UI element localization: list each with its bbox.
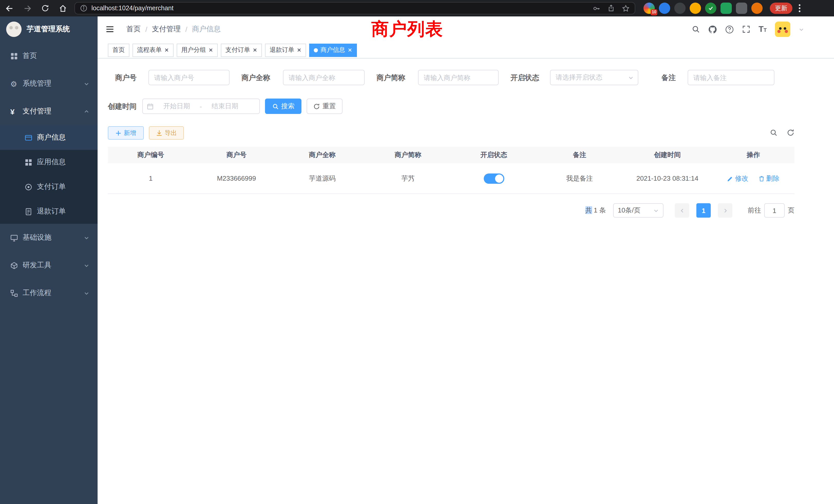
- tab-pay-orders[interactable]: 支付订单: [221, 43, 262, 57]
- tab-merchant-info[interactable]: 商户信息: [309, 43, 357, 57]
- logo-row[interactable]: 芋道管理系统: [0, 17, 97, 42]
- chevron-down-icon[interactable]: [798, 26, 804, 32]
- add-button[interactable]: 新增: [108, 126, 144, 140]
- breadcrumb-payment[interactable]: 支付管理: [152, 25, 181, 34]
- logo-avatar: [6, 22, 22, 37]
- github-icon[interactable]: [708, 25, 717, 33]
- pencil-icon: [727, 175, 733, 181]
- home-icon[interactable]: [59, 4, 67, 13]
- credit-card-icon: [25, 134, 37, 141]
- extension-icon[interactable]: [705, 3, 717, 14]
- create-time-label: 创建时间: [108, 98, 137, 114]
- goto-page-input[interactable]: [764, 203, 785, 217]
- sidebar-item-workflow[interactable]: 工作流程: [0, 279, 97, 307]
- share-icon[interactable]: [608, 5, 615, 12]
- fullscreen-icon[interactable]: [742, 25, 750, 33]
- refresh-table-icon[interactable]: [787, 129, 794, 137]
- help-icon[interactable]: [725, 25, 734, 33]
- edit-link[interactable]: 修改: [727, 174, 748, 183]
- sidebar-item-refund-orders[interactable]: 退款订单: [0, 199, 97, 224]
- sidebar-item-dev-tools[interactable]: 研发工具: [0, 251, 97, 279]
- tab-refund-orders[interactable]: 退款订单: [265, 43, 306, 57]
- sidebar-toggle-icon[interactable]: [105, 25, 114, 34]
- status-select[interactable]: 请选择开启状态: [550, 70, 638, 85]
- extension-icon[interactable]: [736, 3, 747, 14]
- reset-button[interactable]: 重置: [307, 98, 343, 114]
- extension-icon[interactable]: [690, 3, 701, 14]
- extension-badge: 10: [651, 9, 657, 16]
- tab-user-group[interactable]: 用户分组: [177, 43, 218, 57]
- sidebar: 芋道管理系统 首页 ⚙ 系统管理 ¥ 支付管理: [0, 17, 97, 504]
- browser-toolbar: localhost:1024/pay/merchant 10: [0, 0, 834, 17]
- extension-icon[interactable]: [721, 3, 732, 14]
- download-icon: [156, 130, 162, 136]
- sidebar-item-system[interactable]: ⚙ 系统管理: [0, 70, 97, 97]
- reload-icon[interactable]: [41, 4, 49, 12]
- column-header: 商户号: [194, 147, 279, 163]
- delete-link[interactable]: 删除: [759, 174, 780, 183]
- url-text: localhost:1024/pay/merchant: [91, 5, 174, 12]
- plus-icon: [115, 130, 121, 136]
- trash-icon: [759, 175, 765, 181]
- close-icon[interactable]: [208, 48, 213, 52]
- sidebar-item-pay-orders[interactable]: 支付订单: [0, 175, 97, 199]
- search-button-label: 搜索: [281, 101, 294, 111]
- page-info-icon[interactable]: [80, 5, 87, 12]
- active-tab-dot: [314, 48, 318, 52]
- extension-icon[interactable]: 10: [643, 3, 655, 14]
- column-header: 开启状态: [451, 147, 537, 163]
- close-icon[interactable]: [297, 48, 302, 52]
- column-header: 商户简称: [365, 147, 451, 163]
- tab-home[interactable]: 首页: [108, 43, 129, 57]
- back-icon[interactable]: [5, 4, 14, 13]
- browser-update-button[interactable]: 更新: [770, 3, 792, 14]
- sidebar-item-payment[interactable]: ¥ 支付管理: [0, 97, 97, 125]
- breadcrumb-separator: /: [145, 25, 147, 33]
- show-search-icon[interactable]: [770, 129, 777, 137]
- tab-process-form[interactable]: 流程表单: [132, 43, 174, 57]
- status-toggle[interactable]: [483, 173, 504, 183]
- date-range-picker[interactable]: 开始日期 - 结束日期: [142, 98, 260, 114]
- breadcrumb-home[interactable]: 首页: [126, 25, 141, 34]
- forward-icon[interactable]: [23, 4, 32, 13]
- gear-icon: ⚙: [10, 80, 23, 88]
- short-name-input[interactable]: [418, 70, 499, 85]
- search-button[interactable]: 搜索: [265, 98, 302, 114]
- search-icon[interactable]: [692, 25, 700, 33]
- browser-menu-icon[interactable]: [798, 4, 800, 12]
- password-key-icon[interactable]: [593, 4, 600, 12]
- column-header: 商户全称: [279, 147, 365, 163]
- user-avatar[interactable]: [775, 22, 790, 37]
- sidebar-item-app-info[interactable]: 应用信息: [0, 150, 97, 175]
- sidebar-item-label: 研发工具: [23, 261, 84, 270]
- font-size-icon[interactable]: TT: [759, 25, 767, 33]
- full-name-input[interactable]: [283, 70, 365, 85]
- extension-icon[interactable]: [751, 3, 763, 14]
- extension-icon[interactable]: [674, 3, 686, 14]
- bookmark-star-icon[interactable]: [622, 4, 630, 12]
- sidebar-item-merchant-info[interactable]: 商户信息: [0, 125, 97, 150]
- page-size-select[interactable]: 10条/页: [613, 203, 663, 217]
- next-page-icon[interactable]: [718, 203, 732, 217]
- close-icon[interactable]: [164, 48, 169, 52]
- export-button[interactable]: 导出: [149, 126, 184, 140]
- prev-page-icon[interactable]: [675, 203, 689, 217]
- cell-create-time: 2021-10-23 08:31:14: [622, 163, 712, 194]
- address-bar[interactable]: localhost:1024/pay/merchant: [74, 2, 635, 14]
- merchant-no-input[interactable]: [148, 70, 229, 85]
- close-icon[interactable]: [253, 48, 257, 52]
- font-size-small-t: T: [764, 27, 767, 33]
- page-number-button[interactable]: 1: [696, 203, 711, 217]
- sidebar-item-label: 商户信息: [37, 133, 97, 142]
- tab-label: 商户信息: [321, 46, 345, 54]
- full-name-label: 商户全称: [241, 70, 270, 85]
- table-tools: [770, 129, 794, 137]
- extension-icon[interactable]: [659, 3, 670, 14]
- remark-input[interactable]: [688, 70, 774, 85]
- page-suffix-label: 页: [788, 206, 794, 215]
- close-icon[interactable]: [348, 48, 352, 52]
- sidebar-item-infrastructure[interactable]: 基础设施: [0, 224, 97, 251]
- tab-label: 支付订单: [225, 46, 250, 54]
- sidebar-item-home[interactable]: 首页: [0, 42, 97, 70]
- export-button-label: 导出: [164, 129, 177, 137]
